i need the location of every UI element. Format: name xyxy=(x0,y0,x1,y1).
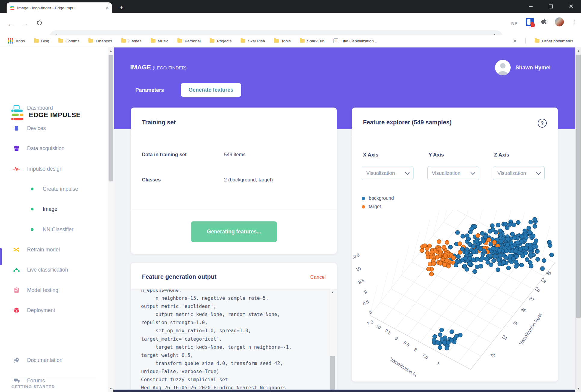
scatter-point-background[interactable] xyxy=(514,264,518,269)
scatter-point-background[interactable] xyxy=(440,328,444,332)
scatter-point-target[interactable] xyxy=(437,240,441,244)
scatter-point-background[interactable] xyxy=(502,260,506,264)
profile-avatar[interactable] xyxy=(555,17,564,26)
scatter-point-background[interactable] xyxy=(463,256,467,260)
browser-menu-icon[interactable]: ⋮ xyxy=(572,19,577,25)
scatter-point-background[interactable] xyxy=(490,223,494,228)
scatter-point-background[interactable] xyxy=(489,263,493,267)
scatter-point-target[interactable] xyxy=(445,240,449,245)
scroll-up-arrow[interactable]: ▲ xyxy=(108,49,114,52)
scatter-point-target[interactable] xyxy=(442,245,446,249)
scatter-point-target[interactable] xyxy=(435,255,439,259)
scatter-point-background[interactable] xyxy=(499,239,503,243)
scatter-point-target[interactable] xyxy=(420,248,424,253)
new-tab-button[interactable]: + xyxy=(117,4,126,12)
scatter-point-background[interactable] xyxy=(438,333,442,337)
scatter-point-background[interactable] xyxy=(528,230,532,234)
browser-scroll-down-arrow[interactable]: ▼ xyxy=(576,387,581,390)
scroll-down-arrow[interactable]: ▼ xyxy=(108,387,114,390)
scatter-point-background[interactable] xyxy=(461,234,465,238)
sidebar-item-image[interactable]: Image xyxy=(0,200,108,218)
bookmark-item[interactable]: Games xyxy=(121,39,142,43)
sidebar-item-forums[interactable]: Forums xyxy=(0,372,108,390)
scatter-point-background[interactable] xyxy=(550,253,554,257)
scatter-point-background[interactable] xyxy=(506,237,510,241)
scatter-point-background[interactable] xyxy=(532,244,536,248)
scatter-point-background[interactable] xyxy=(472,250,476,254)
scatter-point-background[interactable] xyxy=(542,259,546,263)
browser-tab[interactable]: Image - lego-finder - Edge Impul × xyxy=(7,2,112,13)
sidebar-item-create-impulse[interactable]: Create impulse xyxy=(0,180,108,198)
scatter-point-background[interactable] xyxy=(505,226,509,230)
scatter-point-background[interactable] xyxy=(473,269,477,274)
tab-close-icon[interactable]: × xyxy=(106,5,109,11)
sidebar-item-data-acquisition[interactable]: Data acquisition xyxy=(0,139,108,157)
scatter-point-target[interactable] xyxy=(492,240,496,245)
browser-scrollbar-thumb[interactable] xyxy=(576,55,581,318)
scatter-point-background[interactable] xyxy=(498,253,502,257)
scatter-point-background[interactable] xyxy=(540,266,545,271)
scatter-point-target[interactable] xyxy=(443,254,447,258)
scatter-point-background[interactable] xyxy=(488,254,493,258)
scatter-point-background[interactable] xyxy=(512,257,516,261)
bookmark-item[interactable]: Blog xyxy=(34,39,49,43)
bookmark-item[interactable]: Tools xyxy=(274,39,291,43)
bookmark-item[interactable]: SparkFun xyxy=(300,39,325,43)
scatter-point-background[interactable] xyxy=(480,231,484,236)
scatter-point-background[interactable] xyxy=(475,257,479,261)
user-menu[interactable]: Shawn Hymel xyxy=(495,60,551,75)
scatter-point-target[interactable] xyxy=(426,267,431,271)
scatter-point-background[interactable] xyxy=(482,249,486,253)
bookmark-item[interactable]: TTitle Capitalization... xyxy=(334,38,377,43)
generating-features-button[interactable]: Generating features... xyxy=(191,221,277,242)
scatter-point-background[interactable] xyxy=(512,223,516,227)
page-scrollbar-thumb[interactable] xyxy=(109,55,113,181)
sidebar-item-retrain-model[interactable]: Retrain model xyxy=(0,241,108,259)
scatter-point-background[interactable] xyxy=(523,229,527,233)
sidebar-item-devices[interactable]: Devices xyxy=(0,119,108,137)
scatter-point-background[interactable] xyxy=(471,258,475,262)
legend-item-background[interactable]: background xyxy=(362,196,394,201)
scatter-point-background[interactable] xyxy=(494,230,498,234)
bookmark-item[interactable]: Personal xyxy=(177,39,201,43)
scatter-point-target[interactable] xyxy=(438,261,442,265)
scatter-point-target[interactable] xyxy=(451,256,456,260)
scatter-point-target[interactable] xyxy=(445,259,449,263)
scatter-point-background[interactable] xyxy=(465,234,469,238)
scatter-point-background[interactable] xyxy=(481,239,486,243)
browser-scroll-up-arrow[interactable]: ▲ xyxy=(576,49,581,52)
browser-scrollbar[interactable]: ▲ ▼ xyxy=(575,47,581,392)
scatter-point-background[interactable] xyxy=(529,264,533,268)
sidebar-item-impulse-design[interactable]: Impulse design xyxy=(0,160,108,178)
scatter-point-background[interactable] xyxy=(510,245,514,249)
scatter-point-target[interactable] xyxy=(442,263,447,267)
feature-explorer-3d-scatter[interactable]: 10.5109.598.587.5109.598.587.57302928272… xyxy=(353,210,555,378)
scatter-point-background[interactable] xyxy=(440,337,444,341)
scatter-point-background[interactable] xyxy=(513,236,517,240)
scatter-point-background[interactable] xyxy=(479,264,483,268)
scatter-point-background[interactable] xyxy=(498,262,502,266)
cancel-button[interactable]: Cancel xyxy=(310,274,326,280)
scatter-point-background[interactable] xyxy=(506,243,510,247)
sidebar-item-live-classification[interactable]: Live classification xyxy=(0,261,108,279)
scatter-point-background[interactable] xyxy=(436,341,440,345)
bookmark-item[interactable]: Skal Risa xyxy=(241,39,265,43)
scatter-point-background[interactable] xyxy=(523,233,527,237)
maximize-button[interactable] xyxy=(541,0,560,13)
z-axis-select[interactable]: Visualization xyxy=(493,166,545,180)
scatter-point-background[interactable] xyxy=(460,247,465,251)
scatter-point-background[interactable] xyxy=(472,244,476,248)
scatter-point-background[interactable] xyxy=(464,251,469,255)
scatter-point-background[interactable] xyxy=(454,263,458,267)
scatter-point-background[interactable] xyxy=(535,249,540,254)
scatter-point-background[interactable] xyxy=(528,243,532,247)
scatter-point-target[interactable] xyxy=(487,238,491,242)
back-button[interactable]: ← xyxy=(5,19,16,29)
forward-button[interactable]: → xyxy=(20,19,30,29)
other-bookmarks-button[interactable]: Other bookmarks xyxy=(535,39,573,43)
scatter-point-background[interactable] xyxy=(432,338,436,342)
scatter-point-background[interactable] xyxy=(506,266,511,270)
scatter-point-target[interactable] xyxy=(429,272,434,276)
scatter-point-background[interactable] xyxy=(527,226,531,230)
scatter-point-background[interactable] xyxy=(516,220,520,225)
